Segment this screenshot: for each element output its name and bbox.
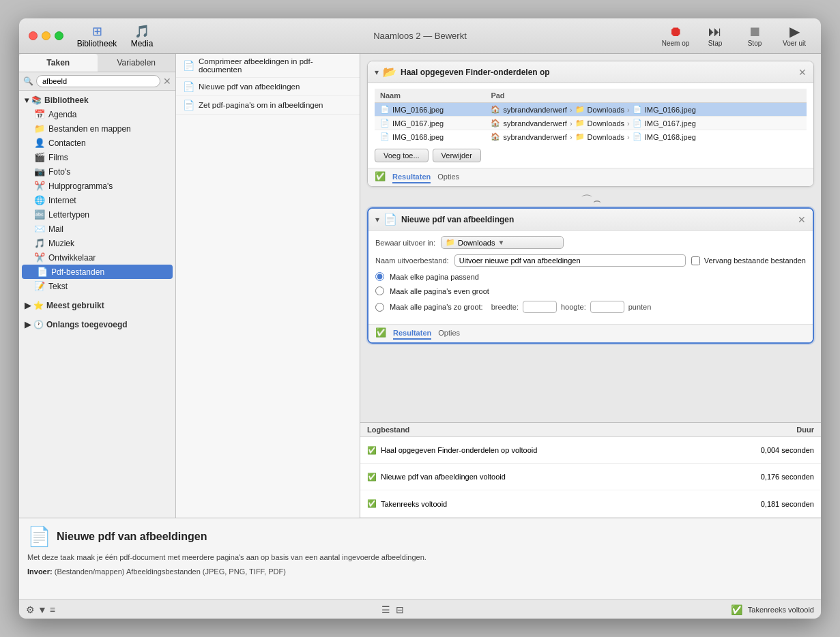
status-flow-icon[interactable]: ⊟ xyxy=(396,604,404,615)
search-bar: 🔍 ✕ xyxy=(19,72,175,91)
toolbar-buttons: ⏺ Neem op ⏭ Stap ⏹ Stop ▶ Voer uit xyxy=(656,19,814,53)
media-label: Media xyxy=(131,39,154,48)
block2-header: ▾ 📄 Nieuwe pdf van afbeeldingen ✕ xyxy=(368,209,813,231)
minimize-button[interactable] xyxy=(42,31,50,40)
verwijder-button[interactable]: Verwijder xyxy=(433,149,481,162)
log-duration-cell: 0,176 seconden xyxy=(732,464,821,490)
log-entry-cell: ✅ Takenreeks voltooid xyxy=(360,490,732,518)
stop-button[interactable]: ⏹ Stop xyxy=(735,19,774,53)
naam-row: Naam uitvoerbestand: Vervang bestaande b… xyxy=(375,254,806,267)
log-check-icon: ✅ xyxy=(367,473,377,482)
vervang-checkbox[interactable] xyxy=(691,256,700,265)
punten-label: punten xyxy=(628,303,652,311)
sidebar-item-hulp[interactable]: ✂️ Hulpprogramma's xyxy=(19,179,175,193)
block1-icon: 📂 xyxy=(383,65,396,78)
block1-close[interactable]: ✕ xyxy=(798,67,807,78)
block2-collapse[interactable]: ▾ xyxy=(375,215,379,224)
stap-button[interactable]: ⏭ Stap xyxy=(695,19,735,53)
workflow-content: ▾ 📂 Haal opgegeven Finder-onderdelen op … xyxy=(360,54,821,422)
select-arrow-icon: ▼ xyxy=(497,239,504,246)
list-icon[interactable]: ≡ xyxy=(50,604,55,615)
maximize-button[interactable] xyxy=(55,31,63,40)
media-button[interactable]: 🎵 Media xyxy=(122,19,162,53)
action-comprimeer[interactable]: 📄 Comprimeer afbeeldingen in pdf-documen… xyxy=(176,54,360,78)
radio-row-2[interactable]: Maak alle pagina's even groot xyxy=(375,286,806,295)
sidebar-item-muziek[interactable]: 🎵 Muziek xyxy=(19,236,175,250)
voeg-toe-button[interactable]: Voeg toe... xyxy=(375,149,429,162)
block1-collapse[interactable]: ▾ xyxy=(375,68,379,77)
tekst-label: Tekst xyxy=(48,282,68,291)
tab-variabelen[interactable]: Variabelen xyxy=(98,54,176,72)
comprimeer-label: Comprimeer afbeeldingen in pdf-documente… xyxy=(199,57,353,74)
log-header: Logbestand Duur xyxy=(360,423,821,437)
breedte-input[interactable] xyxy=(523,301,557,313)
neem-op-button[interactable]: ⏺ Neem op xyxy=(656,19,695,53)
naam-input[interactable] xyxy=(454,254,686,267)
bewaar-row: Bewaar uitvoer in: 📁 Downloads ▼ xyxy=(375,236,806,249)
table-row[interactable]: 📄 IMG_0166.jpeg 🏠 sybrandvanderwerf › 📁 … xyxy=(375,103,807,117)
hoogte-label: hoogte: xyxy=(561,303,586,311)
sidebar-item-ontwikkelaar[interactable]: ✂️ Ontwikkelaar xyxy=(19,250,175,265)
block1-tab-opties[interactable]: Opties xyxy=(437,171,459,183)
vervang-label: Vervang bestaande bestanden xyxy=(704,256,806,265)
hoogte-input[interactable] xyxy=(590,301,624,313)
block2-title: Nieuwe pdf van afbeeldingen xyxy=(401,215,794,224)
meest-collapse-icon: ▶ xyxy=(25,301,31,310)
sidebar-item-tekst[interactable]: 📝 Tekst xyxy=(19,279,175,293)
radio-zo-groot[interactable] xyxy=(375,303,384,312)
folder-select[interactable]: 📁 Downloads ▼ xyxy=(441,236,564,249)
table-row[interactable]: 📄 IMG_0168.jpeg 🏠 sybrandvanderwerf › 📁 … xyxy=(375,130,807,144)
sidebar-header-meest[interactable]: ▶ ⭐ Meest gebruikt xyxy=(19,299,175,312)
block1-tabs: ✅ Resultaten Opties xyxy=(368,168,813,186)
bestanden-label: Bestanden en mappen xyxy=(48,124,131,134)
radio-row-3[interactable]: Maak alle pagina's zo groot: breedte: ho… xyxy=(375,301,806,313)
chevron-down-icon[interactable]: ▼ xyxy=(38,604,47,615)
action-nieuwe-pdf[interactable]: 📄 Nieuwe pdf van afbeeldingen xyxy=(176,78,360,96)
sidebar-item-contacten[interactable]: 👤 Contacten xyxy=(19,136,175,150)
contacten-icon: 👤 xyxy=(34,138,45,148)
ontwikkelaar-label: Ontwikkelaar xyxy=(48,253,96,263)
close-button[interactable] xyxy=(29,31,38,40)
sidebar-item-internet[interactable]: 🌐 Internet xyxy=(19,193,175,207)
tab-taken[interactable]: Taken xyxy=(19,54,98,72)
zet-om-label: Zet pdf-pagina's om in afbeeldingen xyxy=(199,101,323,109)
sidebar-item-fotos[interactable]: 📷 Foto's xyxy=(19,164,175,179)
sidebar-header-onlangs[interactable]: ▶ 🕐 Onlangs toegevoegd xyxy=(19,318,175,331)
stap-label: Stap xyxy=(708,40,723,47)
sidebar-item-lettertypen[interactable]: 🔤 Lettertypen xyxy=(19,207,175,222)
sidebar-item-bestanden[interactable]: 📁 Bestanden en mappen xyxy=(19,121,175,136)
col-pad: Pad xyxy=(485,89,807,103)
status-view-icon[interactable]: ☰ xyxy=(381,604,390,615)
settings-icon[interactable]: ⚙ xyxy=(26,604,35,615)
bibliotheek-button[interactable]: ⊞ Bibliotheek xyxy=(77,19,117,53)
sidebar-item-films[interactable]: 🎬 Films xyxy=(19,150,175,164)
log-entry-text: Haal opgegeven Finder-onderdelen op volt… xyxy=(381,446,537,454)
block2-tab-opties[interactable]: Opties xyxy=(438,327,460,340)
file-name-cell: 📄 IMG_0167.jpeg xyxy=(375,117,485,130)
block2-tab-resultaten[interactable]: Resultaten xyxy=(393,327,431,340)
search-input[interactable] xyxy=(36,75,160,87)
search-clear-button[interactable]: ✕ xyxy=(163,76,171,87)
sidebar-item-pdf[interactable]: 📄 Pdf-bestanden xyxy=(22,265,173,279)
onlangs-collapse-icon: ▶ xyxy=(25,320,31,329)
bestanden-icon: 📁 xyxy=(34,123,45,134)
sidebar-header-bibliotheek[interactable]: ▾ 📚 Bibliotheek xyxy=(19,93,175,107)
comprimeer-icon: 📄 xyxy=(183,60,194,71)
fotos-icon: 📷 xyxy=(34,166,45,177)
log-row: ✅ Nieuwe pdf van afbeeldingen voltooid 0… xyxy=(360,464,821,490)
sidebar-item-agenda[interactable]: 📅 Agenda xyxy=(19,107,175,121)
lettertypen-icon: 🔤 xyxy=(34,209,45,220)
voer-uit-button[interactable]: ▶ Voer uit xyxy=(774,19,814,53)
action-block-1: ▾ 📂 Haal opgegeven Finder-onderdelen op … xyxy=(367,61,814,187)
radio-even-groot[interactable] xyxy=(375,286,384,295)
action-zet-om[interactable]: 📄 Zet pdf-pagina's om in afbeeldingen xyxy=(176,96,360,115)
block2-close[interactable]: ✕ xyxy=(798,214,806,225)
radio-row-1[interactable]: Maak elke pagina passend xyxy=(375,272,806,281)
sidebar-item-mail[interactable]: ✉️ Mail xyxy=(19,222,175,236)
table-row[interactable]: 📄 IMG_0167.jpeg 🏠 sybrandvanderwerf › 📁 … xyxy=(375,117,807,130)
radio-passend[interactable] xyxy=(375,272,384,281)
muziek-label: Muziek xyxy=(48,239,74,248)
neem-op-label: Neem op xyxy=(662,40,690,47)
invoer-label: Invoer: xyxy=(27,567,53,576)
block1-tab-resultaten[interactable]: Resultaten xyxy=(392,171,431,183)
